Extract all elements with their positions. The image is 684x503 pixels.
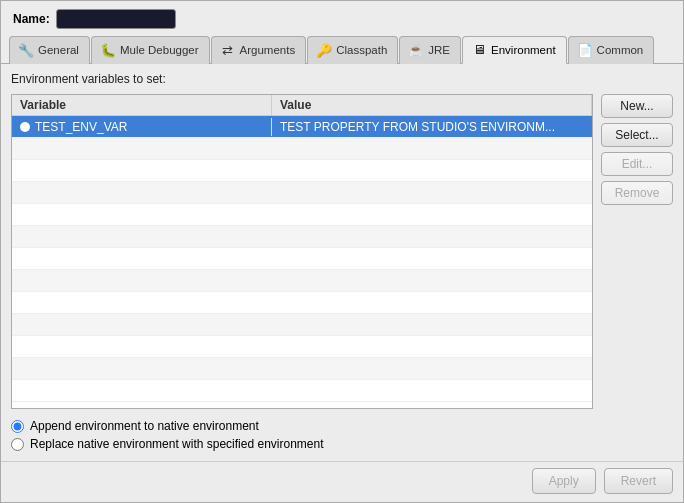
radio-replace[interactable] [11,438,24,451]
tab-common-label: Common [597,44,644,56]
main-content: Environment variables to set: Variable V… [1,64,683,461]
radio-replace-label: Replace native environment with specifie… [30,437,324,451]
table-row[interactable] [12,292,592,314]
tab-environment[interactable]: 🖥 Environment [462,36,567,64]
mule-debugger-icon: 🐛 [100,42,116,58]
table-row[interactable]: TEST_ENV_VAR TEST PROPERTY FROM STUDIO'S… [12,116,592,138]
name-label: Name: [13,12,50,26]
name-row: Name: [1,1,683,35]
env-section-label: Environment variables to set: [11,72,673,86]
variable-name: TEST_ENV_VAR [35,120,127,134]
tab-arguments[interactable]: ⇄ Arguments [211,36,307,64]
tab-jre[interactable]: ☕ JRE [399,36,461,64]
table-row[interactable] [12,138,592,160]
tabs-bar: 🔧 General 🐛 Mule Debugger ⇄ Arguments 🔑 … [1,35,683,64]
tab-arguments-label: Arguments [240,44,296,56]
table-row[interactable] [12,248,592,270]
radio-append-row[interactable]: Append environment to native environment [11,419,673,433]
table-row[interactable] [12,226,592,248]
tab-mule-debugger[interactable]: 🐛 Mule Debugger [91,36,210,64]
environment-icon: 🖥 [471,42,487,58]
name-input[interactable] [56,9,176,29]
table-row[interactable] [12,270,592,292]
revert-button[interactable]: Revert [604,468,673,494]
new-button[interactable]: New... [601,94,673,118]
radio-append[interactable] [11,420,24,433]
tab-environment-label: Environment [491,44,556,56]
tab-classpath-label: Classpath [336,44,387,56]
classpath-icon: 🔑 [316,42,332,58]
table-row[interactable] [12,336,592,358]
radio-replace-row[interactable]: Replace native environment with specifie… [11,437,673,451]
cell-variable: TEST_ENV_VAR [12,118,272,136]
cell-value: TEST PROPERTY FROM STUDIO'S ENVIRONM... [272,118,592,136]
apply-button[interactable]: Apply [532,468,596,494]
tab-general-label: General [38,44,79,56]
table-row[interactable] [12,182,592,204]
radio-section: Append environment to native environment… [11,415,673,453]
tab-classpath[interactable]: 🔑 Classpath [307,36,398,64]
tab-jre-label: JRE [428,44,450,56]
jre-icon: ☕ [408,42,424,58]
table-body[interactable]: TEST_ENV_VAR TEST PROPERTY FROM STUDIO'S… [12,116,592,408]
dialog: Name: 🔧 General 🐛 Mule Debugger ⇄ Argume… [0,0,684,503]
select-button[interactable]: Select... [601,123,673,147]
remove-button[interactable]: Remove [601,181,673,205]
bottom-bar: Apply Revert [1,461,683,502]
tab-common[interactable]: 📄 Common [568,36,655,64]
edit-button[interactable]: Edit... [601,152,673,176]
col-header-variable: Variable [12,95,272,115]
common-icon: 📄 [577,42,593,58]
col-header-value: Value [272,95,592,115]
table-header: Variable Value [12,95,592,116]
tab-mule-debugger-label: Mule Debugger [120,44,199,56]
table-row[interactable] [12,160,592,182]
tab-general[interactable]: 🔧 General [9,36,90,64]
side-buttons: New... Select... Edit... Remove [601,94,673,409]
arguments-icon: ⇄ [220,42,236,58]
env-dot-icon [20,122,30,132]
general-icon: 🔧 [18,42,34,58]
radio-append-label: Append environment to native environment [30,419,259,433]
table-row[interactable] [12,204,592,226]
table-row[interactable] [12,358,592,380]
table-area: Variable Value TEST_ENV_VAR TEST PROPERT… [11,94,673,409]
table-row[interactable] [12,314,592,336]
env-table: Variable Value TEST_ENV_VAR TEST PROPERT… [11,94,593,409]
table-row[interactable] [12,380,592,402]
